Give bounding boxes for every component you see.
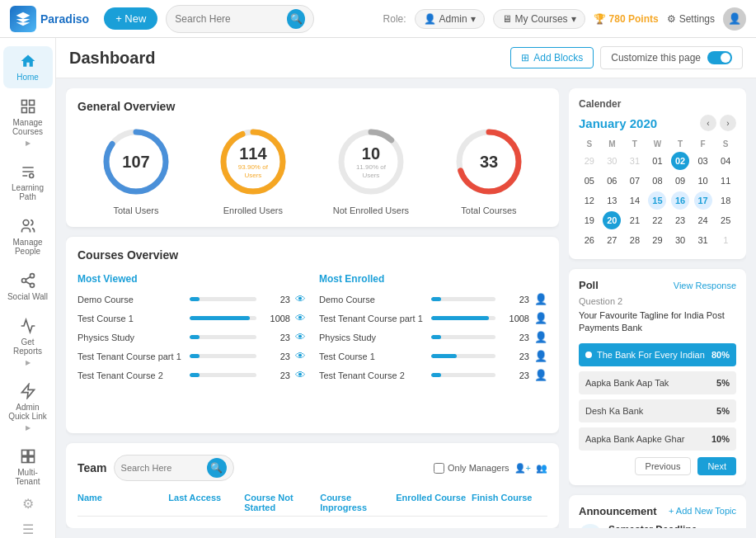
customize-button[interactable]: Customize this page [600, 46, 743, 69]
cal-day[interactable]: 09 [671, 172, 689, 190]
cal-day[interactable]: 24 [694, 211, 712, 229]
poll-header: Poll View Response [579, 279, 736, 291]
sidebar-item-manage-courses[interactable]: Manage Courses ▶ [3, 92, 53, 153]
cal-day-today[interactable]: 02 [671, 152, 689, 170]
poll-buttons: Previous Next [579, 457, 736, 475]
settings-label: Settings [679, 13, 715, 25]
sidebar-item-multi-tenant[interactable]: Multi-Tenant [3, 441, 53, 493]
avatar[interactable]: 👤 [723, 7, 746, 31]
cal-day[interactable]: 27 [603, 231, 621, 249]
cal-day[interactable]: 12 [580, 191, 599, 210]
cal-day[interactable]: 1 [716, 231, 735, 249]
cal-day[interactable]: 18 [716, 191, 735, 210]
announcement-item: 📢 Semester Deadline It's late August and… [579, 524, 736, 528]
course-count: 23 [500, 352, 529, 361]
sidebar-item-home-label: Home [16, 73, 39, 82]
cal-day[interactable]: 04 [716, 152, 735, 170]
cal-day-header-f: F [693, 138, 714, 150]
user-icon: 👤 [534, 331, 547, 343]
svg-point-4 [29, 174, 33, 178]
most-viewed-title: Most Viewed [77, 273, 306, 285]
cal-day[interactable]: 10 [694, 172, 712, 190]
cal-day[interactable]: 06 [603, 172, 621, 190]
search-submit-button[interactable]: 🔍 [287, 9, 305, 29]
team-search-box: 🔍 [114, 455, 234, 481]
cal-day[interactable]: 22 [648, 211, 666, 229]
cal-day[interactable]: 03 [694, 152, 712, 170]
sidebar-item-admin-quick-link[interactable]: Admin Quick Link ▶ [3, 376, 53, 438]
role-value: Admin [439, 13, 467, 25]
total-courses-number: 33 [480, 153, 498, 172]
points-value: 780 Points [609, 13, 659, 25]
cal-day[interactable]: 05 [580, 172, 599, 190]
poll-option-bar-selected[interactable]: The Bank For Every Indian 80% [579, 343, 736, 366]
svg-rect-0 [21, 101, 26, 106]
team-search-input[interactable] [121, 463, 204, 473]
poll-option-bar[interactable]: Aapka Bank Aap Tak 5% [579, 371, 736, 394]
content-area: General Overview 107 [56, 78, 756, 538]
not-enrolled-label: Not Enrolled Users [333, 205, 409, 215]
cal-day[interactable]: 08 [648, 172, 666, 190]
menu-icon-bottom[interactable]: ☰ [22, 521, 34, 537]
settings-button[interactable]: ⚙ Settings [667, 13, 715, 25]
cal-day[interactable]: 29 [648, 231, 666, 249]
cal-day[interactable]: 13 [603, 191, 621, 210]
cal-day[interactable]: 19 [580, 211, 599, 229]
poll-option-bar[interactable]: Desh Ka Bank 5% [579, 399, 736, 422]
role-selector[interactable]: 👤 Admin ▾ [415, 9, 485, 29]
cal-day[interactable]: 31 [626, 152, 644, 170]
only-managers-checkbox[interactable] [434, 463, 444, 474]
sidebar-item-social-wall[interactable]: Social Wall [3, 266, 53, 308]
cal-day[interactable]: 28 [626, 231, 644, 249]
add-topic-link[interactable]: + Add New Topic [669, 506, 736, 516]
courses-chevron: ▾ [571, 13, 576, 25]
cal-day[interactable]: 07 [626, 172, 644, 190]
circle-center-total-users: 107 [122, 153, 149, 172]
settings-icon-bottom[interactable]: ⚙ [22, 496, 34, 512]
search-input[interactable] [175, 13, 282, 25]
poll-option-bar[interactable]: Aapka Bank Aapke Ghar 10% [579, 427, 736, 451]
cal-day[interactable]: 30 [671, 231, 689, 249]
page-header: Dashboard ⊞ Add Blocks Customize this pa… [56, 38, 756, 78]
cal-day[interactable]: 26 [580, 231, 599, 249]
cal-day-highlighted[interactable]: 17 [694, 191, 712, 210]
sidebar-item-get-reports[interactable]: Get Reports ▶ [3, 311, 53, 373]
sidebar-item-home[interactable]: Home [3, 46, 53, 88]
customize-toggle[interactable] [707, 51, 732, 64]
add-user-icon[interactable]: 👤+ [514, 463, 531, 474]
cal-day-highlighted[interactable]: 16 [671, 191, 689, 210]
progress-bar [431, 316, 495, 320]
users-icon[interactable]: 👥 [536, 463, 547, 474]
cal-day-highlighted[interactable]: 15 [648, 191, 666, 210]
cal-day[interactable]: 29 [580, 152, 599, 170]
team-search-button[interactable]: 🔍 [207, 458, 227, 478]
cal-day[interactable]: 01 [648, 152, 666, 170]
cal-day[interactable]: 25 [716, 211, 735, 229]
cal-day[interactable]: 23 [671, 211, 689, 229]
sidebar-item-manage-people[interactable]: Manage People [3, 211, 53, 262]
cal-day[interactable]: 20 [603, 211, 621, 229]
sidebar-item-learning-path[interactable]: Learning Path [3, 157, 53, 208]
grid-icon: ⊞ [521, 52, 529, 64]
cal-day[interactable]: 31 [694, 231, 712, 249]
eye-icon: 👁 [295, 312, 306, 324]
new-button[interactable]: + New [104, 7, 157, 30]
progress-bar [431, 335, 495, 339]
svg-point-6 [30, 274, 34, 278]
eye-icon: 👁 [295, 369, 306, 381]
calendar-next-button[interactable]: › [720, 115, 736, 131]
col-enrolled: Enrolled Course [396, 493, 472, 512]
my-courses-button[interactable]: 🖥 My Courses ▾ [493, 9, 585, 29]
cal-day[interactable]: 30 [603, 152, 621, 170]
customize-label: Customize this page [611, 52, 701, 64]
calendar-prev-button[interactable]: ‹ [700, 115, 716, 131]
view-response-link[interactable]: View Response [674, 281, 736, 290]
course-count: 23 [500, 295, 529, 304]
cal-day[interactable]: 14 [626, 191, 644, 210]
cal-day[interactable]: 11 [716, 172, 735, 190]
add-blocks-button[interactable]: ⊞ Add Blocks [510, 47, 594, 68]
poll-next-button[interactable]: Next [697, 457, 736, 475]
total-users-label: Total Users [113, 205, 158, 215]
cal-day[interactable]: 21 [626, 211, 644, 229]
poll-prev-button[interactable]: Previous [635, 457, 692, 475]
